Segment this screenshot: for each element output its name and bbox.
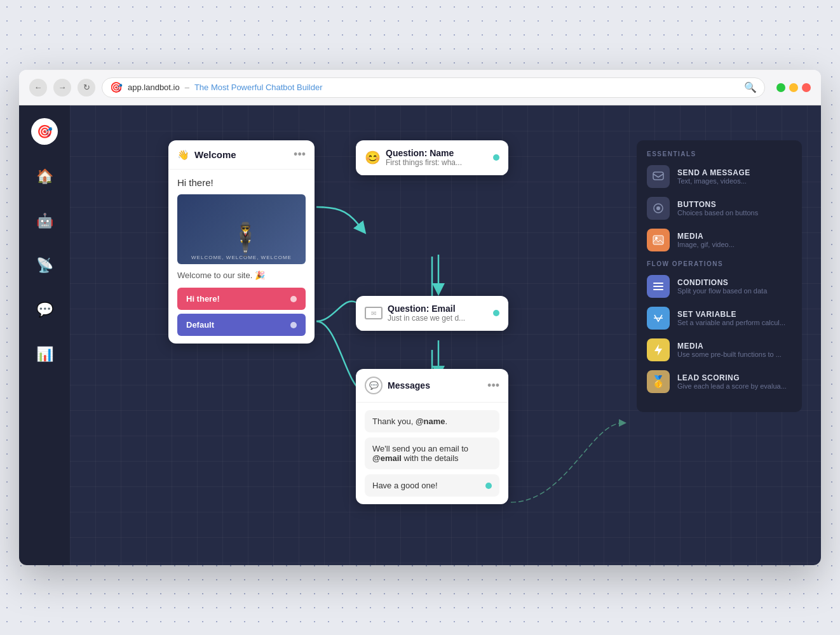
message-3-dot [485,483,492,489]
conditions-icon [647,275,670,298]
essentials-panel: ESSENTIALS SEND A MESSAGE Text, images, … [637,140,802,412]
refresh-button[interactable]: ↻ [78,79,95,97]
svg-rect-8 [653,286,663,287]
welcome-emoji: 👋 [177,149,189,161]
lead-scoring-sub: Give each lead a score by evalua... [677,382,787,390]
sidebar-logo[interactable]: 🎯 [31,118,58,145]
panel-item-lead-scoring[interactable]: 🥇 LEAD SCORING Give each lead a score by… [647,370,792,393]
question-email-card[interactable]: ✉ Question: Email Just in case we get d.… [356,296,508,331]
flash-media-title: MEDIA [677,342,782,351]
welcome-card-body: Hi there! 🕴 WELCOME, WELCOME, WELCOME We… [168,170,315,344]
question-name-text: Question: Name First things first: wha..… [386,148,462,167]
buttons-sub: Choices based on buttons [677,209,758,217]
site-icon: 🎯 [110,81,123,93]
buttons-icon [647,197,670,220]
welcome-menu[interactable]: ••• [294,148,306,161]
panel-item-media[interactable]: MEDIA Image, gif, video... [647,229,792,251]
media-sub: Image, gif, video... [677,241,735,248]
sidebar-item-messages[interactable]: 💬 [32,297,57,323]
back-button[interactable]: ← [29,79,47,97]
traffic-lights [776,83,811,92]
set-variable-text: SET VARIABLE Set a variable and perform … [677,310,785,326]
message-1: Thank you, @name. [365,410,499,432]
btn-hi-there[interactable]: Hi there! [177,288,306,310]
welcome-card-header: 👋 Welcome ••• [168,140,315,170]
hi-there-text: Hi there! [177,177,306,188]
question-name-dot [493,154,499,161]
search-icon[interactable]: 🔍 [744,81,757,93]
panel-item-flash-media[interactable]: MEDIA Use some pre-built functions to ..… [647,338,792,361]
messages-header-left: 💬 Messages [365,377,430,394]
traffic-light-red [802,83,811,92]
messages-header: 💬 Messages ••• [356,369,508,403]
set-variable-title: SET VARIABLE [677,310,785,319]
question-email-subtitle: Just in case we get d... [388,314,465,323]
flash-media-text: MEDIA Use some pre-built functions to ..… [677,342,782,358]
lead-scoring-text: LEAD SCORING Give each lead a score by e… [677,373,787,390]
btn-default[interactable]: Default [177,314,306,336]
forward-button[interactable]: → [53,79,71,97]
panel-item-buttons[interactable]: BUTTONS Choices based on buttons [647,197,792,220]
url-domain: app.landbot.io [128,83,180,92]
sidebar-item-bot[interactable]: 🤖 [32,208,57,234]
question-name-emoji: 😊 [365,150,381,165]
traffic-light-green [776,83,785,92]
logo-icon: 🎯 [37,124,53,139]
email-icon: ✉ [365,307,383,319]
lead-scoring-icon: 🥇 [647,370,670,393]
welcome-card[interactable]: 👋 Welcome ••• Hi there! 🕴 WELCOME, WELCO… [168,140,315,344]
url-title: The Most Powerful Chatbot Builder [194,83,323,92]
send-message-text: SEND A MESSAGE Text, images, videos... [677,168,750,185]
message-3: Have a good one! [365,474,499,497]
question-name-header: 😊 Question: Name First things first: wha… [356,140,508,175]
messages-card[interactable]: 💬 Messages ••• Thank you, @name. We'll s… [356,369,508,504]
lead-scoring-title: LEAD SCORING [677,373,787,382]
question-name-card[interactable]: 😊 Question: Name First things first: wha… [356,140,508,175]
messages-title: Messages [388,380,430,391]
gif-placeholder: 🕴 WELCOME, WELCOME, WELCOME [177,194,306,264]
send-message-icon [647,165,670,188]
question-email-dot [493,310,499,316]
flash-media-icon [647,338,670,361]
sidebar-item-analytics[interactable]: 📊 [32,342,57,367]
flash-media-sub: Use some pre-built functions to ... [677,351,782,358]
panel-item-send-message[interactable]: SEND A MESSAGE Text, images, videos... [647,165,792,188]
app-content: 🎯 🏠 🤖 📡 💬 📊 [19,105,821,565]
question-email-title: Question: Email [388,304,465,314]
conditions-sub: Split your flow based on data [677,287,767,295]
message-3-text: Have a good one! [372,481,438,490]
sidebar-item-broadcast[interactable]: 📡 [32,253,57,278]
buttons-text: BUTTONS Choices based on buttons [677,200,758,217]
media-icon [647,229,670,251]
svg-rect-9 [653,289,663,290]
traffic-light-yellow [789,83,798,92]
browser-window: ← → ↻ 🎯 app.landbot.io – The Most Powerf… [19,70,821,565]
buttons-title: BUTTONS [677,200,758,209]
btn-hi-there-dot [290,296,297,302]
btn-hi-there-label: Hi there! [186,294,220,304]
panel-item-conditions[interactable]: CONDITIONS Split your flow based on data [647,275,792,298]
messages-body: Thank you, @name. We'll send you an emai… [356,403,508,504]
question-name-subtitle: First things first: wha... [386,158,462,167]
sidebar: 🎯 🏠 🤖 📡 💬 📊 [19,105,70,565]
sidebar-item-home[interactable]: 🏠 [32,164,57,189]
gif-figure: 🕴 [226,224,265,255]
panel-item-set-variable[interactable]: SET VARIABLE Set a variable and perform … [647,307,792,330]
conditions-title: CONDITIONS [677,278,767,287]
set-variable-icon [647,307,670,330]
question-name-title: Question: Name [386,148,462,158]
canvas[interactable]: 👋 Welcome ••• Hi there! 🕴 WELCOME, WELCO… [70,105,821,565]
btn-default-label: Default [186,320,214,330]
browser-bar: ← → ↻ 🎯 app.landbot.io – The Most Powerf… [19,70,821,105]
question-email-text: Question: Email Just in case we get d... [388,304,465,323]
btn-default-dot [290,322,297,328]
address-bar[interactable]: 🎯 app.landbot.io – The Most Powerful Cha… [102,77,765,98]
welcome-header-left: 👋 Welcome [177,149,236,161]
flow-ops-title: FLOW OPERATIONS [647,260,792,267]
send-message-title: SEND A MESSAGE [677,168,750,177]
svg-rect-7 [653,283,663,284]
messages-menu[interactable]: ••• [487,379,499,392]
question-email-header: ✉ Question: Email Just in case we get d.… [356,296,508,331]
messages-icon: 💬 [365,377,383,394]
media-title: MEDIA [677,232,735,241]
